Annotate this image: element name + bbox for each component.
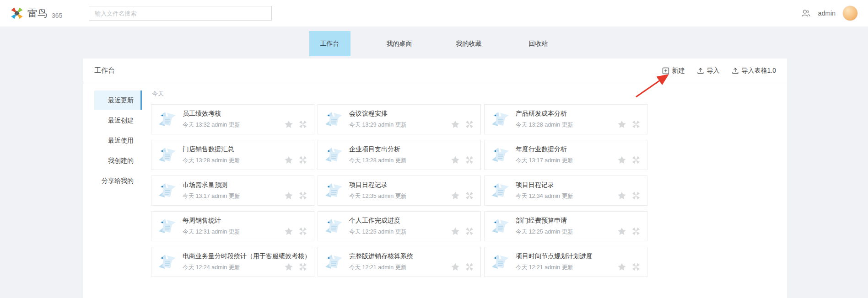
favorite-star-icon[interactable] bbox=[284, 262, 293, 271]
file-card[interactable]: 项目时间节点规划计划进度 今天 12:21 admin 更新 bbox=[484, 247, 647, 277]
favorite-star-icon[interactable] bbox=[451, 227, 460, 236]
file-meta: 今天 13:28 admin 更新 bbox=[349, 157, 407, 165]
logo-suffix: 365 bbox=[52, 12, 62, 20]
file-card[interactable]: 会议议程安排 今天 13:29 admin 更新 bbox=[318, 104, 481, 134]
file-card[interactable]: 完整版进销存核算系统 今天 12:21 admin 更新 bbox=[318, 247, 481, 277]
file-card-actions bbox=[451, 227, 474, 236]
search-input[interactable] bbox=[89, 6, 272, 21]
thunderbird-share-icon[interactable] bbox=[631, 227, 641, 236]
spreadsheet-bird-icon bbox=[491, 218, 510, 235]
file-card[interactable]: 电商业务量分时段统计（用于客服绩效考核） 今天 12:24 admin 更新 bbox=[151, 247, 314, 277]
thunderbird-share-icon[interactable] bbox=[465, 227, 474, 236]
tab-label: 回收站 bbox=[529, 40, 548, 48]
thunderbird-share-icon[interactable] bbox=[465, 155, 474, 165]
thunderbird-share-icon[interactable] bbox=[631, 262, 641, 271]
thunderbird-share-icon[interactable] bbox=[465, 262, 474, 271]
file-card-actions bbox=[451, 262, 474, 271]
thunderbird-share-icon[interactable] bbox=[298, 191, 307, 200]
favorite-star-icon[interactable] bbox=[617, 262, 626, 271]
file-card[interactable]: 门店销售数据汇总 今天 13:28 admin 更新 bbox=[151, 140, 314, 170]
thunderbird-share-icon[interactable] bbox=[631, 191, 641, 200]
favorite-star-icon[interactable] bbox=[284, 191, 293, 200]
sidebar-filter-item[interactable]: 分享给我的 bbox=[94, 171, 142, 190]
file-meta: 今天 13:17 admin 更新 bbox=[183, 192, 240, 200]
main-tab[interactable]: 回收站 bbox=[518, 31, 559, 56]
sidebar-filter-item[interactable]: 最近使用 bbox=[94, 131, 142, 150]
spreadsheet-bird-icon bbox=[491, 253, 510, 271]
thunderbird-share-icon[interactable] bbox=[298, 155, 307, 165]
thunderbird-share-icon[interactable] bbox=[298, 120, 307, 129]
favorite-star-icon[interactable] bbox=[617, 191, 626, 200]
thunderbird-share-icon[interactable] bbox=[631, 120, 641, 129]
file-card[interactable]: 个人工作完成进度 今天 12:25 admin 更新 bbox=[318, 211, 481, 241]
file-card-actions bbox=[617, 191, 641, 200]
file-title: 产品研发成本分析 bbox=[516, 110, 573, 118]
file-card[interactable]: 年度行业数据分析 今天 13:17 admin 更新 bbox=[484, 140, 647, 170]
spreadsheet-bird-icon bbox=[491, 111, 510, 128]
file-card[interactable]: 项目日程记录 今天 12:35 admin 更新 bbox=[318, 176, 481, 206]
file-title: 企业项目支出分析 bbox=[349, 145, 407, 154]
file-grid: 员工绩效考核 今天 13:32 admin 更新 bbox=[151, 104, 787, 277]
spreadsheet-bird-icon bbox=[491, 182, 510, 199]
tab-label: 我的桌面 bbox=[387, 40, 412, 48]
thunderbird-share-icon[interactable] bbox=[298, 262, 307, 271]
file-card[interactable]: 产品研发成本分析 今天 13:28 admin 更新 bbox=[484, 104, 647, 134]
main-tabbar: 工作台 我的桌面 我的收藏 回收站 bbox=[0, 27, 868, 59]
toolbar-button[interactable]: 导入 bbox=[697, 67, 720, 75]
file-card[interactable]: 市场需求量预测 今天 13:17 admin 更新 bbox=[151, 176, 314, 206]
file-card[interactable]: 企业项目支出分析 今天 13:28 admin 更新 bbox=[318, 140, 481, 170]
file-card-text: 产品研发成本分析 今天 13:28 admin 更新 bbox=[516, 110, 573, 129]
sidebar-filter-item[interactable]: 最近更新 bbox=[94, 90, 142, 110]
file-card-actions bbox=[617, 155, 641, 165]
file-title: 市场需求量预测 bbox=[183, 181, 240, 189]
file-card-actions bbox=[284, 191, 307, 200]
thunderbird-share-icon[interactable] bbox=[298, 227, 307, 236]
thunderbird-share-icon[interactable] bbox=[465, 120, 474, 129]
app-logo[interactable]: 雷鸟 365 bbox=[10, 6, 62, 20]
file-card[interactable]: 员工绩效考核 今天 13:32 admin 更新 bbox=[151, 104, 314, 134]
file-title: 个人工作完成进度 bbox=[349, 217, 407, 225]
favorite-star-icon[interactable] bbox=[284, 227, 293, 236]
favorite-star-icon[interactable] bbox=[284, 155, 293, 165]
tab-label: 我的收藏 bbox=[456, 40, 482, 48]
favorite-star-icon[interactable] bbox=[617, 155, 626, 165]
main-tab[interactable]: 工作台 bbox=[309, 31, 350, 56]
favorite-star-icon[interactable] bbox=[284, 120, 293, 129]
sidebar-filter-item[interactable]: 最近创建 bbox=[94, 111, 142, 130]
file-card[interactable]: 部门经费预算申请 今天 12:25 admin 更新 bbox=[484, 211, 647, 241]
spreadsheet-bird-icon bbox=[324, 253, 344, 271]
file-title: 每周销售统计 bbox=[183, 217, 240, 225]
main-tab[interactable]: 我的收藏 bbox=[448, 31, 490, 56]
favorite-star-icon[interactable] bbox=[451, 262, 460, 271]
file-card-text: 年度行业数据分析 今天 13:17 admin 更新 bbox=[516, 145, 573, 165]
file-card-actions bbox=[451, 155, 474, 165]
favorite-star-icon[interactable] bbox=[617, 227, 626, 236]
sidebar-filter-item[interactable]: 我创建的 bbox=[94, 151, 142, 170]
sidebar-filter-label: 分享给我的 bbox=[102, 177, 134, 184]
main-tab[interactable]: 我的桌面 bbox=[379, 31, 420, 56]
toolbar-button[interactable]: 导入表格1.0 bbox=[732, 67, 776, 75]
logo-text: 雷鸟 bbox=[27, 7, 48, 20]
toolbar-button[interactable]: 新建 bbox=[662, 67, 685, 75]
file-card-text: 项目日程记录 今天 12:35 admin 更新 bbox=[349, 181, 407, 200]
spreadsheet-bird-icon bbox=[324, 218, 344, 235]
file-meta: 今天 12:35 admin 更新 bbox=[349, 192, 407, 200]
file-card[interactable]: 每周销售统计 今天 12:31 admin 更新 bbox=[151, 211, 314, 241]
file-title: 门店销售数据汇总 bbox=[183, 145, 240, 154]
spreadsheet-bird-icon bbox=[158, 146, 177, 164]
thunderbird-share-icon[interactable] bbox=[631, 155, 641, 165]
favorite-star-icon[interactable] bbox=[617, 120, 626, 129]
file-meta: 今天 12:25 admin 更新 bbox=[349, 228, 407, 236]
user-group-icon[interactable] bbox=[800, 8, 811, 19]
file-title: 项目日程记录 bbox=[349, 181, 407, 189]
file-title: 项目时间节点规划计划进度 bbox=[516, 252, 593, 261]
favorite-star-icon[interactable] bbox=[451, 155, 460, 165]
spreadsheet-bird-icon bbox=[491, 146, 510, 164]
file-card[interactable]: 项目日程记录 今天 12:34 admin 更新 bbox=[484, 176, 647, 206]
thunderbird-share-icon[interactable] bbox=[465, 191, 474, 200]
file-card-actions bbox=[617, 262, 641, 271]
file-card-text: 门店销售数据汇总 今天 13:28 admin 更新 bbox=[183, 145, 240, 165]
avatar[interactable] bbox=[842, 5, 858, 21]
favorite-star-icon[interactable] bbox=[451, 191, 460, 200]
favorite-star-icon[interactable] bbox=[451, 120, 460, 129]
